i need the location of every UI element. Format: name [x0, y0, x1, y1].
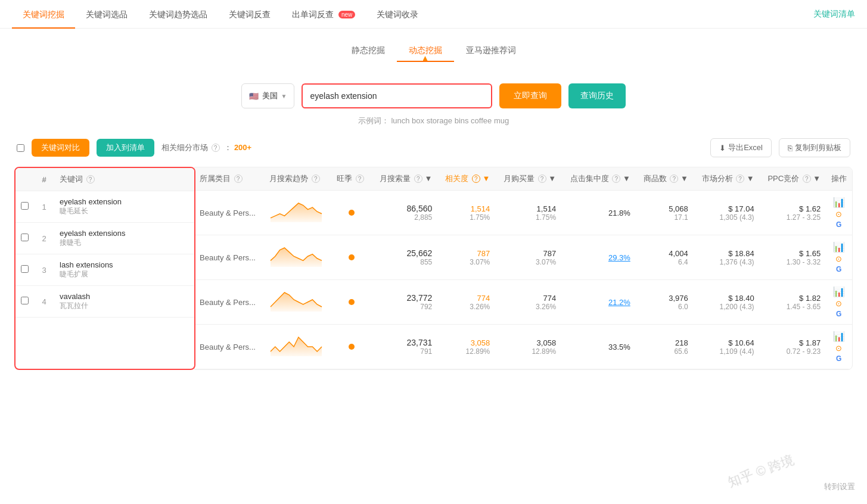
bar-chart-icon[interactable]: 📊	[833, 197, 845, 208]
smile-icon[interactable]: ⊙	[835, 210, 842, 219]
tooltip-icon[interactable]: ?	[212, 144, 220, 152]
row-checkbox[interactable]	[15, 223, 33, 254]
row-num: 2	[33, 223, 55, 254]
row-purchase: 774 3.26%	[495, 280, 561, 325]
row-checkbox[interactable]	[15, 254, 33, 286]
row-action: 📊 ⊙ G	[825, 280, 852, 325]
select-all-checkbox[interactable]	[17, 144, 24, 152]
smile-icon[interactable]: ⊙	[835, 299, 842, 308]
row-num: 4	[33, 286, 55, 318]
row-peak	[332, 280, 371, 325]
compare-button[interactable]: 关键词对比	[32, 139, 89, 157]
history-button[interactable]: 查询历史	[568, 83, 626, 108]
row-peak	[332, 325, 371, 369]
row-goods: 4,004 6.4	[635, 235, 693, 280]
google-icon[interactable]: G	[836, 220, 841, 229]
th-purchase[interactable]: 月购买量 ? ▼	[495, 167, 561, 191]
nav-item-order-reverse[interactable]: 出单词反查 new	[281, 0, 366, 29]
th-goods[interactable]: 商品数 ? ▼	[635, 167, 693, 191]
google-icon[interactable]: G	[836, 310, 841, 318]
download-icon: ⬇	[719, 144, 726, 153]
nav-item-keyword-mining[interactable]: 关键词挖掘	[12, 0, 75, 29]
bar-chart-icon[interactable]: 📊	[833, 286, 845, 297]
google-icon[interactable]: G	[836, 354, 841, 363]
click-tooltip[interactable]: ?	[612, 175, 620, 183]
search-area: 🇺🇸 美国 ▼ 立即查询 查询历史	[14, 83, 853, 108]
copy-button[interactable]: ⎘ 复制到剪贴板	[779, 138, 850, 157]
th-search[interactable]: 月搜索量 ? ▼	[371, 167, 437, 191]
row-checkbox[interactable]	[15, 286, 33, 318]
table-row: 1 eyelash extension 睫毛延长	[15, 191, 194, 223]
table-wrapper: # 关键词 ? 1 eyelash extension 睫毛延长 2	[14, 167, 853, 370]
nav-right-link[interactable]: 关键词清单	[813, 9, 855, 20]
nav-item-keyword-included[interactable]: 关键词收录	[366, 0, 429, 29]
keyword-tooltip[interactable]: ?	[86, 175, 95, 183]
th-relevance[interactable]: 相关度 ? ▼	[437, 167, 495, 191]
table-row: Beauty & Pers... 23,772 792 774 3.26% 77…	[195, 280, 852, 325]
row-purchase: 787 3.07%	[495, 235, 561, 280]
country-selector[interactable]: 🇺🇸 美国 ▼	[241, 83, 295, 108]
smile-icon[interactable]: ⊙	[835, 254, 842, 263]
row-purchase: 3,058 12.89%	[495, 325, 561, 369]
main-content: 静态挖掘 动态挖掘 亚马逊推荐词 🇺🇸 美国 ▼ 立即查询 查询历史 示例词： …	[0, 29, 867, 504]
bar-chart-icon[interactable]: 📊	[833, 331, 845, 342]
sub-tab-amazon[interactable]: 亚马逊推荐词	[454, 41, 528, 62]
category-tooltip[interactable]: ?	[234, 175, 243, 183]
nav-item-keyword-select[interactable]: 关键词选品	[75, 0, 138, 29]
row-category: Beauty & Pers...	[195, 235, 265, 280]
row-num: 3	[33, 254, 55, 286]
th-click[interactable]: 点击集中度 ? ▼	[561, 167, 635, 191]
row-num: 1	[33, 191, 55, 223]
toolbar-left: 关键词对比 加入到清单 相关细分市场 ? ： 200+	[17, 139, 251, 157]
row-purchase: 1,514 1.75%	[495, 191, 561, 235]
row-ppc: $ 1.82 1.45 - 3.65	[759, 280, 826, 325]
row-trend	[265, 235, 332, 280]
example-keywords: lunch box storage bins coffee mug	[391, 116, 509, 125]
goods-tooltip[interactable]: ?	[670, 175, 678, 183]
row-analysis: $ 10.64 1,109 (4.4)	[693, 325, 759, 369]
peak-tooltip[interactable]: ?	[356, 175, 364, 183]
th-category: 所属类目 ?	[195, 167, 265, 191]
bar-chart-icon[interactable]: 📊	[833, 241, 845, 253]
ppc-tooltip[interactable]: ?	[803, 175, 811, 183]
google-icon[interactable]: G	[836, 265, 841, 273]
addlist-button[interactable]: 加入到清单	[97, 139, 154, 157]
th-ppc[interactable]: PPC竞价 ? ▼	[759, 167, 826, 191]
trend-tooltip[interactable]: ?	[312, 175, 320, 183]
search-tooltip[interactable]: ?	[414, 175, 422, 183]
export-button[interactable]: ⬇ 导出Excel	[710, 138, 772, 157]
analysis-tooltip[interactable]: ?	[736, 175, 744, 183]
nav-item-keyword-reverse[interactable]: 关键词反查	[218, 0, 281, 29]
th-action: 操作	[825, 167, 852, 191]
row-search: 23,731 791	[371, 325, 437, 369]
row-search: 25,662 855	[371, 235, 437, 280]
nav-item-keyword-trend[interactable]: 关键词趋势选品	[138, 0, 218, 29]
row-ppc: $ 1.65 1.30 - 3.32	[759, 235, 826, 280]
sub-tab-dynamic[interactable]: 动态挖掘	[397, 41, 454, 62]
row-keyword: vavalash 瓦瓦拉什	[55, 286, 194, 318]
search-input[interactable]	[302, 83, 492, 108]
relevance-tooltip[interactable]: ?	[472, 175, 480, 183]
row-trend	[265, 325, 332, 369]
toolbar-right: ⬇ 导出Excel ⎘ 复制到剪贴板	[710, 138, 850, 157]
row-relevance: 774 3.26%	[437, 280, 495, 325]
table-row: 2 eyelash extensions 接睫毛	[15, 223, 194, 254]
row-relevance: 3,058 12.89%	[437, 325, 495, 369]
dropdown-icon: ▼	[281, 93, 287, 99]
row-category: Beauty & Pers...	[195, 325, 265, 369]
table-row: Beauty & Pers... 25,662 855 787 3.07% 78…	[195, 235, 852, 280]
row-action: 📊 ⊙ G	[825, 191, 852, 235]
th-num: #	[33, 168, 55, 191]
purchase-tooltip[interactable]: ?	[538, 175, 546, 183]
row-peak	[332, 235, 371, 280]
nav-left: 关键词挖掘 关键词选品 关键词趋势选品 关键词反查 出单词反查 new 关键词收…	[12, 0, 429, 29]
th-analysis[interactable]: 市场分析 ? ▼	[693, 167, 759, 191]
row-trend	[265, 280, 332, 325]
search-button[interactable]: 立即查询	[499, 83, 561, 108]
sub-tab-static[interactable]: 静态挖掘	[340, 41, 397, 62]
row-keyword: eyelash extensions 接睫毛	[55, 223, 194, 254]
sub-tabs: 静态挖掘 动态挖掘 亚马逊推荐词	[340, 41, 528, 62]
row-checkbox[interactable]	[15, 191, 33, 223]
smile-icon[interactable]: ⊙	[835, 344, 842, 353]
country-label: 美国	[262, 91, 278, 101]
